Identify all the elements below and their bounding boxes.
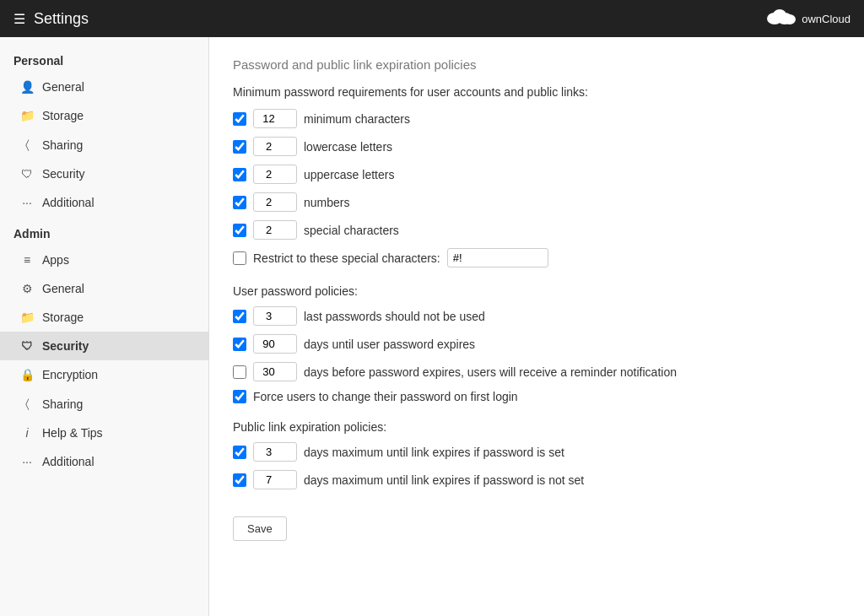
days-expires-label: days until user password expires: [304, 338, 475, 351]
sidebar-label: Storage: [42, 109, 84, 122]
days-reminder-input[interactable]: [253, 362, 297, 381]
folder-icon: 📁: [20, 109, 34, 122]
lowercase-checkbox[interactable]: [233, 140, 246, 154]
days-no-password-checkbox[interactable]: [233, 473, 246, 487]
sidebar-label: Security: [42, 339, 89, 353]
sidebar-item-admin-apps[interactable]: ≡ Apps: [0, 246, 208, 274]
lock-icon: 🔒: [20, 368, 34, 381]
days-no-password-input[interactable]: [253, 470, 297, 489]
sidebar-label: Help & Tips: [42, 426, 103, 440]
last-passwords-checkbox[interactable]: [233, 310, 246, 323]
gear-icon: ⚙: [20, 282, 34, 295]
dots-icon: ···: [20, 196, 34, 209]
sidebar-label: Additional: [42, 196, 94, 209]
cloud-icon: [766, 7, 796, 30]
days-password-set-label: days maximum until link expires if passw…: [304, 446, 564, 459]
user-policy-title: User password policies:: [233, 284, 840, 298]
days-expires-input[interactable]: [253, 334, 297, 354]
hamburger-icon[interactable]: ☰: [14, 11, 25, 27]
days-reminder-checkbox[interactable]: [233, 365, 246, 379]
days-password-set-checkbox[interactable]: [233, 446, 246, 459]
sidebar-label: Additional: [42, 455, 94, 468]
personal-section-title: Personal: [0, 44, 208, 73]
folder-icon: 📁: [20, 311, 34, 324]
share-icon: 〈: [20, 397, 34, 411]
apps-icon: ≡: [20, 253, 34, 267]
sidebar-item-personal-general[interactable]: 👤 General: [0, 73, 208, 101]
uppercase-input[interactable]: [253, 165, 297, 184]
lowercase-label: lowercase letters: [304, 140, 392, 154]
shield-icon: 🛡: [20, 167, 34, 181]
special-label: special characters: [304, 224, 399, 237]
force-change-checkbox[interactable]: [233, 390, 246, 403]
restrict-special-row: Restrict to these special characters:: [233, 248, 840, 267]
days-reminder-label: days before password expires, users will…: [304, 365, 677, 379]
days-password-set-row: days maximum until link expires if passw…: [233, 442, 840, 462]
sidebar-label: Sharing: [42, 138, 83, 152]
force-change-label: Force users to change their password on …: [253, 390, 518, 403]
info-icon: i: [20, 426, 34, 440]
brand-logo: ownCloud: [766, 7, 850, 30]
special-checkbox[interactable]: [233, 224, 246, 237]
topbar-left: ☰ Settings: [14, 10, 89, 28]
save-button[interactable]: Save: [233, 516, 287, 541]
uppercase-label: uppercase letters: [304, 168, 394, 181]
shield-icon: 🛡: [20, 339, 34, 353]
sidebar-item-admin-storage[interactable]: 📁 Storage: [0, 303, 208, 332]
restrict-special-checkbox[interactable]: [233, 251, 246, 265]
min-req-header: Minimum password requirements for user a…: [233, 85, 840, 99]
special-input[interactable]: [253, 220, 297, 240]
special-row: special characters: [233, 220, 840, 240]
brand-name: ownCloud: [802, 13, 850, 25]
min-chars-label: minimum characters: [304, 112, 410, 126]
uppercase-row: uppercase letters: [233, 165, 840, 184]
restrict-special-input[interactable]: [447, 248, 548, 267]
uppercase-checkbox[interactable]: [233, 168, 246, 181]
topbar-right: ownCloud: [766, 7, 850, 30]
sidebar-item-personal-sharing[interactable]: 〈 Sharing: [0, 130, 208, 159]
sidebar-item-admin-security[interactable]: 🛡 Security: [0, 332, 208, 360]
sidebar-item-admin-general[interactable]: ⚙ General: [0, 274, 208, 303]
sidebar: Personal 👤 General 📁 Storage 〈 Sharing 🛡…: [0, 37, 209, 616]
days-password-set-input[interactable]: [253, 442, 297, 462]
numbers-row: numbers: [233, 192, 840, 212]
days-expires-row: days until user password expires: [233, 334, 840, 354]
last-passwords-row: last passwords should not be used: [233, 306, 840, 326]
topbar-title: Settings: [34, 10, 89, 28]
main-content: Password and public link expiration poli…: [209, 37, 864, 616]
sidebar-label: Encryption: [42, 368, 98, 381]
section-title: Password and public link expiration poli…: [233, 57, 840, 72]
sidebar-item-admin-encryption[interactable]: 🔒 Encryption: [0, 360, 208, 389]
svg-point-3: [784, 14, 796, 24]
sidebar-label: General: [42, 80, 84, 94]
sidebar-item-admin-sharing[interactable]: 〈 Sharing: [0, 389, 208, 419]
last-passwords-label: last passwords should not be used: [304, 310, 485, 323]
lowercase-row: lowercase letters: [233, 137, 840, 156]
sidebar-item-personal-additional[interactable]: ··· Additional: [0, 188, 208, 217]
sidebar-item-admin-help[interactable]: i Help & Tips: [0, 419, 208, 447]
numbers-input[interactable]: [253, 192, 297, 212]
min-chars-input[interactable]: [253, 109, 297, 128]
lowercase-input[interactable]: [253, 137, 297, 156]
min-chars-row: minimum characters: [233, 109, 840, 128]
sidebar-label: Apps: [42, 253, 69, 267]
days-reminder-row: days before password expires, users will…: [233, 362, 840, 381]
user-icon: 👤: [20, 80, 34, 94]
days-expires-checkbox[interactable]: [233, 338, 246, 351]
sidebar-item-personal-storage[interactable]: 📁 Storage: [0, 101, 208, 130]
sidebar-label: General: [42, 282, 84, 295]
main-layout: Personal 👤 General 📁 Storage 〈 Sharing 🛡…: [0, 37, 864, 616]
sidebar-label: Security: [42, 167, 85, 181]
user-policy-section: User password policies: last passwords s…: [233, 284, 840, 403]
public-link-section: Public link expiration policies: days ma…: [233, 420, 840, 489]
sidebar-item-personal-security[interactable]: 🛡 Security: [0, 159, 208, 188]
numbers-checkbox[interactable]: [233, 196, 246, 209]
numbers-label: numbers: [304, 196, 349, 209]
days-no-password-row: days maximum until link expires if passw…: [233, 470, 840, 489]
last-passwords-input[interactable]: [253, 306, 297, 326]
sidebar-item-admin-additional[interactable]: ··· Additional: [0, 447, 208, 476]
min-chars-checkbox[interactable]: [233, 112, 246, 126]
force-change-row: Force users to change their password on …: [233, 390, 840, 403]
admin-section-title: Admin: [0, 217, 208, 246]
restrict-special-label: Restrict to these special characters:: [253, 251, 440, 265]
